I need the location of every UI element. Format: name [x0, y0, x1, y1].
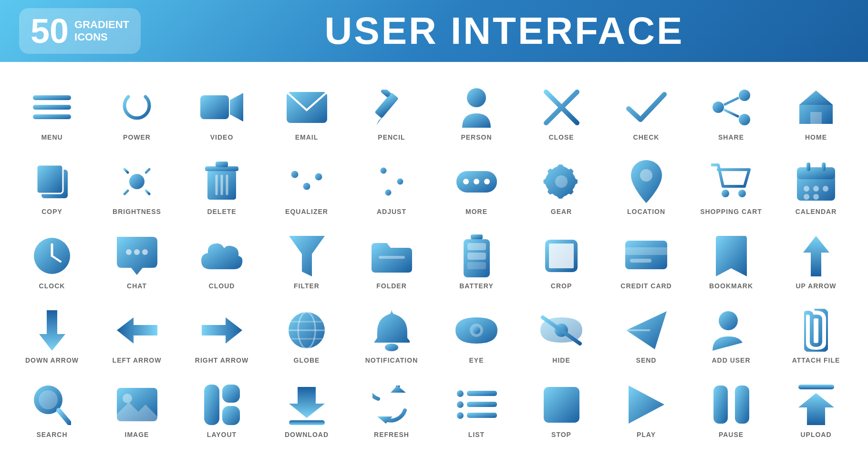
icon-download: DOWNLOAD — [264, 374, 349, 443]
notification-icon — [370, 309, 413, 352]
svg-rect-122 — [467, 391, 497, 396]
svg-rect-75 — [471, 234, 483, 239]
hide-label: HIDE — [552, 356, 570, 364]
icons-grid: MENU POWER VIDEO — [0, 62, 868, 457]
svg-marker-128 — [629, 386, 664, 424]
svg-point-14 — [713, 102, 724, 113]
icon-home: HOME — [774, 76, 858, 146]
icon-refresh: REFRESH — [349, 374, 434, 443]
icon-close: CLOSE — [519, 76, 604, 146]
icon-equalizer: EQUALIZER — [264, 151, 349, 220]
left-arrow-icon — [115, 309, 158, 352]
svg-rect-124 — [467, 402, 497, 407]
copy-label: COPY — [41, 208, 62, 215]
svg-marker-4 — [230, 93, 243, 122]
svg-rect-1 — [33, 105, 71, 110]
svg-line-28 — [124, 169, 128, 173]
add-user-label: ADD USER — [712, 356, 750, 364]
icon-power: POWER — [94, 76, 179, 146]
svg-point-125 — [457, 412, 464, 419]
calendar-icon — [795, 160, 837, 203]
svg-point-98 — [385, 344, 398, 351]
search-icon — [31, 383, 73, 426]
refresh-icon — [370, 383, 413, 426]
delete-label: DELETE — [207, 208, 236, 215]
svg-point-62 — [804, 186, 809, 192]
svg-marker-89 — [803, 236, 829, 276]
svg-rect-114 — [204, 385, 219, 425]
svg-point-121 — [457, 390, 464, 397]
icon-folder: FOLDER — [349, 225, 434, 294]
filter-icon — [285, 234, 328, 277]
icon-play: PLAY — [604, 374, 689, 443]
icon-shopping-cart: SHOPPING CART — [689, 151, 774, 220]
icon-stop: STOP — [519, 374, 604, 443]
icon-list: LIST — [434, 374, 519, 443]
svg-point-53 — [484, 179, 490, 184]
svg-point-65 — [804, 194, 809, 200]
svg-point-12 — [739, 90, 750, 101]
menu-icon — [31, 86, 73, 129]
filter-label: FILTER — [294, 282, 320, 290]
icon-share: SHARE — [689, 76, 774, 146]
icon-pencil: PENCIL — [349, 76, 434, 146]
svg-marker-90 — [39, 310, 65, 351]
badge-text: GRADIENT ICONS — [74, 19, 129, 44]
battery-label: BATTERY — [459, 282, 494, 290]
gear-label: GEAR — [551, 208, 572, 215]
svg-marker-18 — [799, 91, 833, 105]
eye-icon — [455, 309, 498, 352]
layout-label: LAYOUT — [207, 431, 237, 438]
battery-icon — [455, 234, 498, 277]
attach-file-icon — [795, 309, 837, 352]
list-icon — [455, 383, 498, 426]
up-arrow-icon — [795, 234, 837, 277]
cloud-icon — [200, 234, 243, 277]
svg-marker-132 — [798, 393, 834, 425]
svg-line-16 — [724, 110, 739, 117]
svg-rect-81 — [547, 242, 576, 270]
svg-rect-59 — [797, 167, 835, 179]
right-arrow-label: RIGHT ARROW — [195, 356, 248, 364]
svg-point-123 — [457, 401, 464, 408]
chat-label: CHAT — [127, 282, 147, 290]
adjust-label: ADJUST — [377, 208, 406, 215]
icon-eye: EYE — [434, 299, 519, 369]
svg-point-112 — [123, 394, 132, 403]
pause-icon — [710, 383, 753, 426]
svg-point-9 — [467, 88, 486, 107]
more-icon — [455, 160, 498, 203]
icon-up-arrow: UP ARROW — [774, 225, 858, 294]
svg-point-66 — [813, 194, 819, 200]
down-arrow-label: DOWN ARROW — [25, 356, 79, 364]
svg-point-55 — [640, 169, 652, 182]
svg-marker-119 — [391, 386, 406, 393]
svg-rect-127 — [544, 387, 579, 423]
person-label: PERSON — [461, 133, 492, 141]
icon-globe: GLOBE — [264, 299, 349, 369]
icon-hide: HIDE — [519, 299, 604, 369]
svg-marker-117 — [289, 387, 325, 418]
email-icon — [285, 86, 328, 129]
icon-cloud: CLOUD — [179, 225, 264, 294]
icon-location: LOCATION — [604, 151, 689, 220]
adjust-icon — [370, 160, 413, 203]
svg-rect-74 — [379, 256, 405, 259]
svg-point-70 — [126, 249, 132, 255]
eye-label: EYE — [469, 356, 484, 364]
power-label: POWER — [123, 133, 151, 141]
add-user-icon — [710, 309, 753, 352]
svg-rect-3 — [200, 95, 229, 119]
icon-down-arrow: DOWN ARROW — [10, 299, 94, 369]
svg-rect-88 — [630, 259, 651, 263]
icon-clock: CLOCK — [10, 225, 94, 294]
video-icon — [200, 86, 243, 129]
download-label: DOWNLOAD — [285, 431, 329, 438]
home-icon — [795, 86, 837, 129]
equalizer-icon — [285, 160, 328, 203]
close-icon — [540, 86, 583, 129]
folder-label: FOLDER — [376, 282, 407, 290]
svg-point-105 — [719, 311, 738, 330]
video-label: VIDEO — [210, 133, 234, 141]
svg-point-23 — [129, 174, 145, 189]
